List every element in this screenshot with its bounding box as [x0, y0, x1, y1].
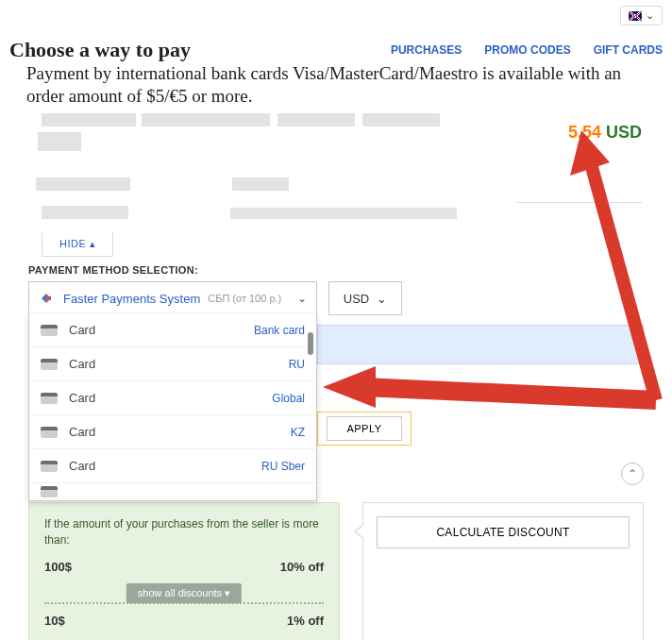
discount-divider: show all discounts ▾	[44, 583, 324, 604]
dropdown-item-region: RU	[289, 358, 305, 371]
discount-row: 100$ 10% off	[44, 560, 324, 574]
dropdown-item-label: Card	[69, 391, 95, 405]
page-title: Choose a way to pay	[9, 38, 191, 62]
locale-selector[interactable]: ⌄	[620, 6, 663, 25]
card-icon	[41, 393, 58, 404]
payment-method-name: Faster Payments System	[63, 292, 200, 306]
dropdown-item-ru[interactable]: Card RU	[29, 347, 316, 381]
discount-amount: 100$	[44, 560, 72, 574]
chevron-down-icon: ⌄	[646, 9, 654, 22]
dropdown-item-label: Card	[69, 323, 95, 337]
dropdown-item-label: Card	[69, 459, 95, 473]
redacted-block	[38, 132, 81, 151]
card-icon	[41, 486, 58, 497]
scrollbar[interactable]	[308, 332, 313, 355]
svg-marker-1	[46, 294, 51, 303]
dropdown-item-label: Card	[69, 425, 95, 439]
redacted-block	[42, 113, 136, 126]
dropdown-item-global[interactable]: Card Global	[29, 381, 316, 415]
discount-percent: 10% off	[280, 560, 324, 574]
show-all-discounts-button[interactable]: show all discounts ▾	[126, 583, 242, 603]
card-icon	[41, 427, 58, 438]
dropdown-item-region: Bank card	[254, 324, 305, 337]
price-currency: USD	[606, 123, 642, 142]
dropdown-item-bankcard[interactable]: Card Bank card	[29, 313, 316, 347]
dropdown-item-kz[interactable]: Card KZ	[29, 415, 316, 449]
dropdown-item-region: Global	[272, 392, 305, 405]
card-icon	[41, 461, 58, 472]
discount-amount: 10$	[44, 614, 65, 628]
redacted-block	[36, 177, 130, 191]
currency-value: USD	[344, 292, 369, 306]
payment-method-label: PAYMENT METHOD SELECTION:	[28, 264, 198, 276]
redacted-block	[277, 113, 355, 126]
fps-icon	[39, 291, 54, 306]
payment-method-hint: СБП (от 100 р.)	[208, 293, 281, 304]
dropdown-item-region: KZ	[291, 426, 305, 439]
redacted-block	[42, 206, 128, 219]
card-icon	[41, 325, 58, 336]
redacted-block	[142, 113, 270, 126]
apply-button[interactable]: APPLY	[327, 416, 401, 441]
discount-section: If the amount of your purchases from the…	[28, 502, 644, 640]
calculate-discount-button[interactable]: CALCULATE DISCOUNT	[377, 516, 630, 548]
nav-gift-cards[interactable]: GIFT CARDS	[594, 43, 663, 57]
nav-purchases[interactable]: PURCHASES	[391, 43, 462, 57]
currency-select[interactable]: USD ⌄	[328, 281, 402, 315]
dropdown-item-label: Card	[69, 357, 95, 371]
discount-percent: 1% off	[287, 614, 324, 628]
info-banner: Payment by international bank cards Visa…	[26, 62, 644, 108]
divider	[517, 202, 642, 203]
flag-uk-icon	[629, 11, 642, 21]
scroll-to-top-button[interactable]: ⌃	[621, 463, 644, 485]
apply-section: APPLY	[317, 412, 412, 446]
chevron-down-icon: ⌄	[297, 292, 307, 305]
redacted-block	[232, 177, 289, 191]
info-strip	[317, 325, 644, 364]
svg-marker-4	[323, 366, 376, 408]
chevron-down-icon: ⌄	[377, 292, 387, 306]
price-display: 5.54 USD	[568, 123, 642, 143]
dropdown-item-rusber[interactable]: Card RU Sber	[29, 449, 316, 483]
discount-intro-text: If the amount of your purchases from the…	[44, 516, 324, 548]
nav-promo-codes[interactable]: PROMO CODES	[484, 43, 570, 57]
payment-method-dropdown: Card Bank card Card RU Card Global Card …	[28, 313, 317, 501]
card-icon	[41, 359, 58, 370]
dropdown-item-overflow[interactable]	[29, 483, 316, 500]
redacted-block	[230, 208, 457, 219]
discount-calc-box: CALCULATE DISCOUNT	[362, 502, 644, 640]
discount-row: 10$ 1% off	[44, 614, 324, 628]
payment-method-select[interactable]: Faster Payments System СБП (от 100 р.) ⌄	[28, 281, 317, 315]
discount-tiers-box: If the amount of your purchases from the…	[28, 502, 340, 640]
dropdown-item-region: RU Sber	[261, 460, 305, 473]
header: Choose a way to pay PURCHASES PROMO CODE…	[9, 38, 663, 62]
price-amount: 5.54	[568, 123, 601, 142]
hide-toggle[interactable]: HIDE ▴	[42, 232, 113, 257]
header-nav: PURCHASES PROMO CODES GIFT CARDS	[391, 43, 663, 57]
redacted-block	[362, 113, 440, 126]
